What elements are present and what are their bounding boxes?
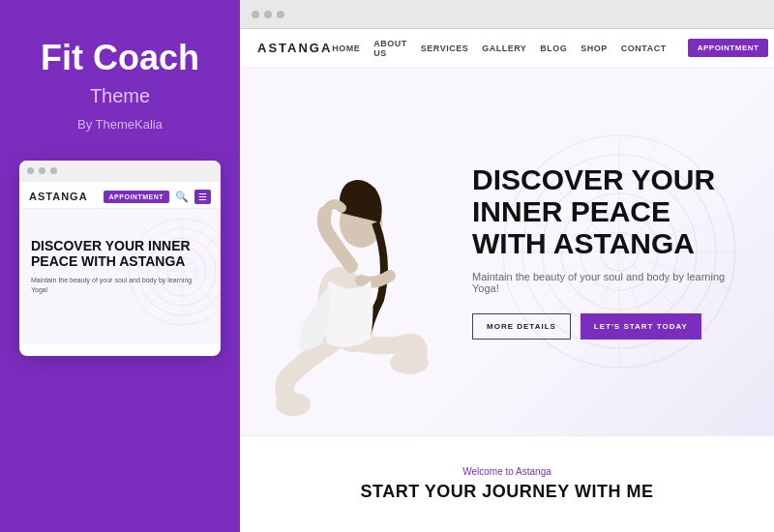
- nav-services[interactable]: SERVICES: [421, 44, 468, 53]
- hero-description: Maintain the beauty of your soul and bod…: [472, 271, 745, 294]
- mini-dot-1: [27, 167, 34, 174]
- app-author: By ThemeKalia: [77, 117, 163, 132]
- bottom-title: START YOUR JOURNEY WITH ME: [360, 482, 653, 502]
- browser-chrome: [240, 0, 774, 29]
- mini-navbar: ASTANGA APPOINTMENT 🔍 ☰: [19, 182, 221, 209]
- svg-point-11: [390, 351, 429, 374]
- app-title: Fit Coach: [41, 39, 199, 77]
- main-preview: ASTANGA HOME ABOUT US SERVICES GALLERY B…: [240, 0, 774, 532]
- mini-menu-icon[interactable]: ☰: [194, 190, 211, 204]
- hero-buttons: MORE DETAILS LET'S START TODAY: [472, 313, 745, 340]
- mini-mandala-icon: [124, 214, 221, 330]
- nav-blog[interactable]: BLOG: [540, 44, 567, 53]
- mini-hero-subtitle: Maintain the beauty of your soul and bod…: [31, 276, 209, 295]
- nav-gallery[interactable]: GALLERY: [482, 44, 526, 53]
- mini-nav-right: APPOINTMENT 🔍 ☰: [104, 190, 211, 204]
- sidebar: Fit Coach Theme By ThemeKalia ASTANGA AP…: [0, 0, 240, 532]
- nav-shop[interactable]: SHOP: [580, 44, 608, 53]
- browser-dot-1: [252, 11, 259, 18]
- mini-preview-card: ASTANGA APPOINTMENT 🔍 ☰ DISCOVER YOUR IN…: [19, 161, 221, 356]
- mini-hero-title: DISCOVER YOUR INNER PEACE WITH ASTANGA: [31, 238, 209, 271]
- nav-home[interactable]: HOME: [332, 44, 360, 53]
- browser-dot-3: [277, 11, 284, 18]
- mini-search-icon[interactable]: 🔍: [175, 191, 189, 203]
- hero-title: DISCOVER YOUR INNER PEACE WITH ASTANGA: [472, 163, 745, 259]
- app-subtitle: Theme: [90, 85, 150, 107]
- mini-browser-bar: [19, 161, 221, 182]
- preview-hero: DISCOVER YOUR INNER PEACE WITH ASTANGA M…: [240, 68, 774, 435]
- browser-dot-2: [264, 11, 272, 18]
- preview-nav-links: HOME ABOUT US SERVICES GALLERY BLOG SHOP…: [332, 39, 768, 58]
- mini-hero: DISCOVER YOUR INNER PEACE WITH ASTANGA M…: [19, 209, 221, 344]
- mini-logo: ASTANGA: [29, 191, 88, 202]
- preview-bottom-section: Welcome to Astanga START YOUR JOURNEY WI…: [240, 435, 774, 532]
- mini-dot-3: [50, 167, 57, 174]
- yoga-figure-icon: [250, 97, 443, 435]
- welcome-label: Welcome to Astanga: [462, 466, 551, 477]
- hero-content: DISCOVER YOUR INNER PEACE WITH ASTANGA M…: [453, 68, 774, 435]
- preview-navbar: ASTANGA HOME ABOUT US SERVICES GALLERY B…: [240, 29, 774, 68]
- preview-logo: ASTANGA: [257, 41, 332, 55]
- nav-about[interactable]: ABOUT US: [373, 39, 407, 58]
- mini-dot-2: [39, 167, 45, 174]
- mini-appointment-button[interactable]: APPOINTMENT: [104, 191, 169, 203]
- lets-start-today-button[interactable]: LET'S START TODAY: [580, 313, 701, 340]
- preview-appointment-button[interactable]: APPOINTMENT: [688, 39, 769, 57]
- nav-contact[interactable]: CONTACT: [621, 44, 667, 53]
- more-details-button[interactable]: MORE DETAILS: [472, 313, 571, 340]
- svg-point-12: [276, 393, 311, 416]
- hero-image-area: [240, 68, 453, 435]
